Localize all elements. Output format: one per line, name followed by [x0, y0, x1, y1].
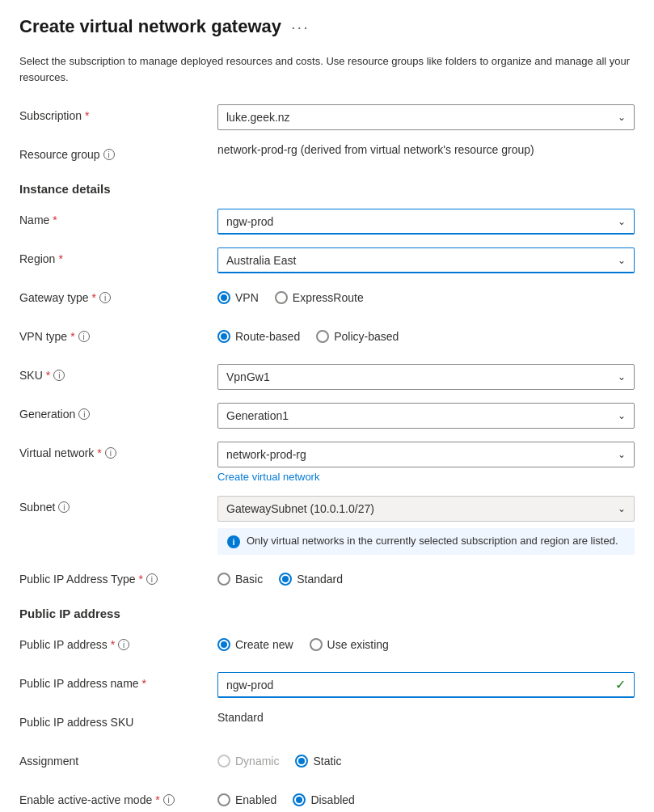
vpn-type-policybased-label: Policy-based: [334, 330, 399, 343]
sku-info-icon[interactable]: i: [53, 370, 65, 381]
public-ip-type-required-star: *: [138, 573, 142, 586]
active-active-enabled-label: Enabled: [235, 793, 276, 806]
name-control: ngw-prod ⌄: [217, 209, 635, 235]
resource-group-control: network-prod-rg (derived from virtual ne…: [217, 143, 635, 156]
gateway-type-expressroute-radio[interactable]: [275, 291, 288, 304]
name-required-star: *: [53, 214, 57, 226]
virtual-network-dropdown[interactable]: network-prod-rg ⌄: [217, 442, 635, 467]
active-active-disabled-option[interactable]: Disabled: [293, 793, 354, 806]
gateway-type-vpn-radio[interactable]: [217, 291, 230, 304]
subnet-dropdown-arrow: ⌄: [618, 503, 626, 514]
public-ip-type-basic-option[interactable]: Basic: [217, 573, 263, 586]
sku-dropdown[interactable]: VpnGw1 ⌄: [217, 364, 635, 390]
name-dropdown-arrow: ⌄: [618, 216, 626, 227]
subnet-dropdown[interactable]: GatewaySubnet (10.0.1.0/27) ⌄: [217, 496, 635, 522]
more-options-icon[interactable]: ···: [291, 18, 310, 36]
public-ip-address-row: Public IP address * i Create new Use exi…: [19, 633, 635, 659]
subnet-info-icon[interactable]: i: [58, 501, 70, 513]
active-active-info-icon[interactable]: i: [163, 794, 175, 806]
vpn-type-routebased-radio[interactable]: [217, 330, 230, 343]
assignment-dynamic-label: Dynamic: [235, 755, 279, 768]
sku-label: SKU * i: [19, 364, 217, 382]
virtual-network-info-icon[interactable]: i: [105, 447, 116, 459]
vpn-type-row: VPN type * i Route-based Policy-based: [19, 325, 635, 351]
vpn-type-info-icon[interactable]: i: [78, 331, 90, 342]
vpn-type-routebased-option[interactable]: Route-based: [217, 330, 300, 343]
gateway-type-radio-group: VPN ExpressRoute: [217, 286, 635, 304]
resource-group-info-icon[interactable]: i: [103, 149, 115, 160]
region-dropdown-arrow: ⌄: [618, 255, 626, 266]
vpn-type-policybased-option[interactable]: Policy-based: [316, 330, 399, 343]
gateway-type-info-icon[interactable]: i: [99, 292, 111, 303]
name-label: Name *: [19, 209, 217, 226]
public-ip-type-basic-label: Basic: [235, 573, 263, 586]
name-dropdown[interactable]: ngw-prod ⌄: [217, 209, 635, 235]
public-ip-address-info-icon[interactable]: i: [118, 639, 129, 650]
gateway-type-vpn-option[interactable]: VPN: [217, 291, 259, 304]
region-dropdown[interactable]: Australia East ⌄: [217, 247, 635, 273]
subnet-label: Subnet i: [19, 496, 217, 514]
page-title: Create virtual network gateway: [19, 16, 281, 37]
public-ip-type-basic-radio[interactable]: [217, 573, 230, 586]
subscription-dropdown[interactable]: luke.geek.nz ⌄: [217, 104, 635, 130]
vpn-type-label: VPN type * i: [19, 325, 217, 343]
assignment-static-label: Static: [313, 755, 341, 768]
assignment-static-radio[interactable]: [295, 755, 308, 768]
assignment-control: Dynamic Static: [217, 750, 635, 768]
active-active-enabled-option[interactable]: Enabled: [217, 793, 276, 806]
vpn-type-policybased-radio[interactable]: [316, 330, 329, 343]
create-virtual-network-link[interactable]: Create virtual network: [217, 471, 635, 483]
sku-dropdown-arrow: ⌄: [618, 371, 626, 383]
vpn-type-routebased-label: Route-based: [235, 330, 300, 343]
region-label: Region *: [19, 247, 217, 265]
generation-row: Generation i Generation1 ⌄: [19, 403, 635, 429]
public-ip-name-dropdown[interactable]: ngw-prod ✓: [217, 672, 635, 698]
assignment-dynamic-radio[interactable]: [217, 755, 230, 768]
public-ip-create-new-option[interactable]: Create new: [217, 638, 293, 651]
assignment-dynamic-option[interactable]: Dynamic: [217, 755, 279, 768]
gateway-type-label: Gateway type * i: [19, 286, 217, 304]
public-ip-type-radio-group: Basic Standard: [217, 568, 635, 586]
active-active-enabled-radio[interactable]: [217, 793, 230, 806]
public-ip-use-existing-option[interactable]: Use existing: [310, 638, 389, 651]
public-ip-create-new-radio[interactable]: [217, 638, 230, 651]
region-control: Australia East ⌄: [217, 247, 635, 273]
gateway-type-control: VPN ExpressRoute: [217, 286, 635, 304]
public-ip-type-standard-option[interactable]: Standard: [279, 573, 343, 586]
subnet-info-banner: i Only virtual networks in the currently…: [217, 528, 635, 555]
active-active-control: Enabled Disabled: [217, 789, 635, 806]
gateway-type-required-star: *: [92, 291, 96, 304]
vpn-type-control: Route-based Policy-based: [217, 325, 635, 343]
subnet-info-text: Only virtual networks in the currently s…: [247, 535, 618, 547]
public-ip-sku-row: Public IP address SKU Standard: [19, 711, 635, 737]
active-active-disabled-radio[interactable]: [293, 793, 306, 806]
assignment-row: Assignment Dynamic Static: [19, 750, 635, 776]
gateway-type-row: Gateway type * i VPN ExpressRoute: [19, 286, 635, 312]
generation-info-icon[interactable]: i: [78, 408, 90, 420]
public-ip-name-required-star: *: [142, 677, 146, 690]
page-header: Create virtual network gateway ···: [19, 16, 635, 37]
public-ip-name-row: Public IP address name * ngw-prod ✓: [19, 672, 635, 698]
assignment-static-option[interactable]: Static: [295, 755, 341, 768]
vpn-type-radio-group: Route-based Policy-based: [217, 325, 635, 343]
subnet-info-circle-icon: i: [227, 535, 240, 548]
public-ip-type-control: Basic Standard: [217, 568, 635, 586]
resource-group-value: network-prod-rg (derived from virtual ne…: [217, 138, 534, 156]
sku-required-star: *: [46, 369, 50, 382]
generation-dropdown[interactable]: Generation1 ⌄: [217, 403, 635, 429]
page-subtitle: Select the subscription to manage deploy…: [19, 53, 635, 85]
public-ip-use-existing-radio[interactable]: [310, 638, 323, 651]
public-ip-type-info-icon[interactable]: i: [146, 573, 158, 585]
public-ip-address-control: Create new Use existing: [217, 633, 635, 651]
subnet-row: Subnet i GatewaySubnet (10.0.1.0/27) ⌄ i…: [19, 496, 635, 555]
sku-row: SKU * i VpnGw1 ⌄: [19, 364, 635, 390]
generation-dropdown-arrow: ⌄: [618, 410, 626, 421]
gateway-type-vpn-label: VPN: [235, 291, 259, 304]
gateway-type-expressroute-option[interactable]: ExpressRoute: [275, 291, 364, 304]
subnet-control: GatewaySubnet (10.0.1.0/27) ⌄ i Only vir…: [217, 496, 635, 555]
public-ip-sku-value: Standard: [217, 706, 264, 724]
resource-group-label: Resource group i: [19, 143, 217, 161]
generation-label: Generation i: [19, 403, 217, 421]
public-ip-type-standard-radio[interactable]: [279, 573, 292, 586]
assignment-label: Assignment: [19, 750, 217, 768]
